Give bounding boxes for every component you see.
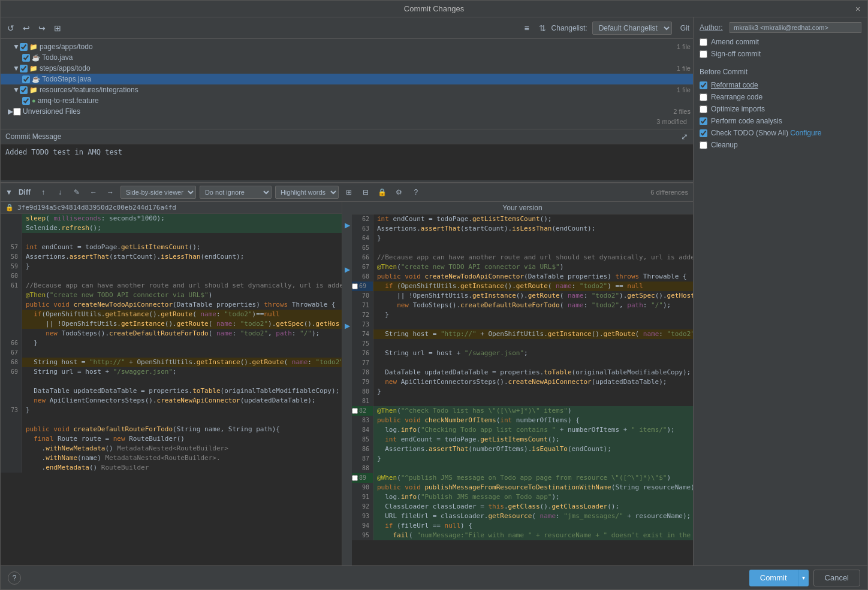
help-button[interactable]: ? (8, 571, 21, 585)
line-checkbox[interactable] (352, 475, 358, 481)
list-item[interactable]: ☕ TodoSteps.java (1, 74, 693, 84)
reformat-code-label[interactable]: Reformat code (711, 81, 758, 89)
diff-line: new ApiClientConnectorsSteps().createNew… (1, 396, 342, 406)
undo-button[interactable]: ↩ (20, 22, 33, 35)
diff-right-panel: 62 int endCount = todoPage.getListItemsC… (352, 214, 693, 565)
diff-line: 83 public void checkNumberOfItems(int nu… (352, 416, 693, 425)
list-item[interactable]: ▼ 📁 steps/apps/todo 1 file (1, 63, 693, 74)
changelist-select[interactable]: Default Changelist (592, 22, 672, 35)
check-todo-label[interactable]: Check TODO (Show All) Configure (711, 129, 821, 137)
differences-count: 6 differences (650, 189, 688, 196)
group-button[interactable]: ⇅ (536, 22, 549, 35)
configure-link[interactable]: Configure (790, 129, 821, 137)
diff-line: 79 new ApiClientConnectorsSteps().create… (352, 377, 693, 387)
diff-arrow-up[interactable]: ▶ (345, 221, 350, 229)
tree-checkbox[interactable] (22, 75, 30, 83)
optimize-imports-row: Optimize imports (700, 105, 861, 113)
diff-line: 73 } (1, 406, 342, 415)
diff-expand-icon[interactable]: ▼ (5, 188, 13, 196)
signoff-commit-checkbox[interactable] (700, 50, 707, 58)
perform-analysis-checkbox[interactable] (700, 117, 707, 125)
cancel-button[interactable]: Cancel (813, 570, 860, 586)
diff-line: 92 ClassLoader classLoader = this.getCla… (352, 502, 693, 512)
cleanup-row: Cleanup (700, 141, 861, 149)
diff-help-button[interactable]: ? (409, 186, 423, 199)
rearrange-code-label[interactable]: Rearrange code (711, 93, 762, 101)
cleanup-checkbox[interactable] (700, 141, 707, 149)
diff-right-area: Your version 62 int endCount = todoPage.… (352, 202, 693, 565)
commit-changes-window: Commit Changes × ↺ ↩ ↪ ⊞ ≡ ⇅ Changelist:… (0, 0, 868, 590)
diff-down-button[interactable]: ↓ (53, 186, 67, 199)
commit-button[interactable]: Commit (749, 570, 798, 586)
author-value: mkralik3 <mkralik@redhat.com> (730, 22, 861, 33)
diff-ignore-select[interactable]: Do not ignore Ignore whitespace (200, 186, 272, 199)
expand-icon[interactable]: ⤢ (681, 132, 688, 141)
tree-checkbox[interactable] (22, 54, 30, 62)
cleanup-label[interactable]: Cleanup (711, 141, 738, 149)
author-label[interactable]: Author: (700, 23, 730, 32)
diff-line: 75 (352, 339, 693, 349)
amend-commit-label[interactable]: Amend commit (711, 38, 759, 46)
diff-line: public void createNewTodoApiConnector(Da… (1, 300, 342, 310)
diff-lock-button[interactable]: 🔒 (376, 186, 389, 199)
amend-commit-checkbox[interactable] (700, 38, 707, 46)
diff-line: 67 (1, 348, 342, 358)
commit-dropdown-button[interactable]: ▾ (798, 570, 809, 586)
changelist-label: Changelist: (551, 24, 587, 32)
amend-commit-row: Amend commit (700, 38, 861, 46)
right-panel: Author: mkralik3 <mkralik@redhat.com> Am… (694, 17, 867, 565)
file-name: pages/apps/todo (40, 43, 93, 51)
list-item[interactable]: ● amq-to-rest.feature (1, 95, 693, 106)
tree-checkbox[interactable] (13, 108, 21, 116)
list-item[interactable]: ☕ Todo.java (1, 52, 693, 63)
redo-button[interactable]: ↪ (35, 22, 49, 35)
list-item[interactable]: ▼ 📁 pages/apps/todo 1 file (1, 41, 693, 52)
perform-analysis-label[interactable]: Perform code analysis (711, 117, 782, 125)
check-todo-checkbox[interactable] (700, 129, 707, 137)
diff-content: 🔒 3fe9d194a5c94814d83950d2c00eb244d176a4… (1, 202, 693, 565)
tree-checkbox[interactable] (20, 86, 28, 94)
rearrange-code-checkbox[interactable] (700, 93, 707, 101)
diff-prev-button[interactable]: ← (87, 186, 100, 199)
diff-separator: ▶ ▶ ▶ (342, 202, 352, 565)
diff-up-button[interactable]: ↑ (37, 186, 50, 199)
diff-line: 73 (352, 320, 693, 329)
perform-analysis-row: Perform code analysis (700, 117, 861, 125)
close-button[interactable]: × (853, 4, 863, 14)
line-checkbox[interactable] (352, 283, 358, 289)
list-item[interactable]: ▶ Unversioned Files 2 files (1, 106, 693, 117)
commit-message-input[interactable]: Added TODO test in AMQ test (1, 144, 693, 180)
diff-arrow-mid[interactable]: ▶ (345, 322, 350, 330)
reformat-code-checkbox[interactable] (700, 81, 707, 89)
tree-checkbox[interactable] (20, 65, 28, 72)
line-checkbox[interactable] (352, 408, 358, 414)
tree-checkbox[interactable] (22, 97, 30, 105)
diff-sideside-button[interactable]: ⊟ (359, 186, 372, 199)
diff-edit-button[interactable]: ✎ (70, 186, 83, 199)
optimize-imports-label[interactable]: Optimize imports (711, 105, 765, 113)
diff-line: 58 Assertions.assertThat(startCount).isL… (1, 252, 342, 262)
diff-collapse-button[interactable]: ⊞ (342, 186, 355, 199)
optimize-imports-checkbox[interactable] (700, 105, 707, 113)
diff-line: DataTable updatedDataTable = properties.… (1, 386, 342, 396)
diff-viewer-select[interactable]: Side-by-side viewer Unified viewer (120, 186, 196, 199)
diff-line: final Route route = new RouteBuilder() (1, 434, 342, 444)
diff-line: public void createDefaultRouteForTodo(St… (1, 425, 342, 434)
diff-line: 95 fail( "numMessage:"File with name " +… (352, 531, 693, 540)
refresh-button[interactable]: ↺ (4, 22, 17, 35)
diff-line: @Then("create new TODO API connector via… (1, 291, 342, 300)
diff-highlight-select[interactable]: Highlight words Highlight chars (275, 186, 339, 199)
title-bar: Commit Changes × (1, 1, 867, 17)
signoff-commit-label[interactable]: Sign-off commit (711, 50, 761, 58)
diff-line: 94 if (fileUrl == null) { (352, 521, 693, 531)
diff-line: 68 public void createNewTodoApiConnector… (352, 272, 693, 282)
layout-button[interactable]: ⊞ (51, 22, 64, 35)
tree-checkbox[interactable] (20, 43, 28, 51)
diff-arrow-down[interactable]: ▶ (345, 265, 350, 274)
diff-next-button[interactable]: → (104, 186, 117, 199)
diff-header: ▼ Diff ↑ ↓ ✎ ← → Side-by-side viewer Uni… (1, 183, 693, 202)
sort-button[interactable]: ≡ (520, 22, 534, 35)
file-badge: 1 file (677, 86, 691, 93)
list-item[interactable]: ▼ 📁 resources/features/integrations 1 fi… (1, 84, 693, 95)
diff-settings-button[interactable]: ⚙ (393, 186, 406, 199)
